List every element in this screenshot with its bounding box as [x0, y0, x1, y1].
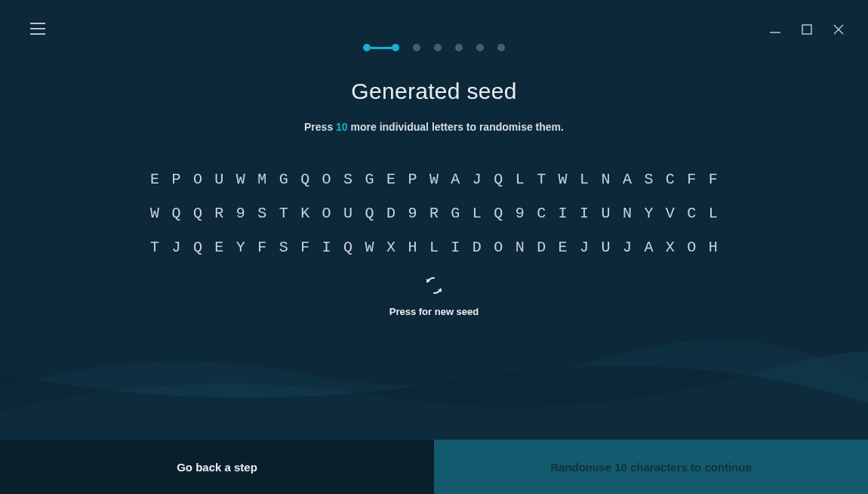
seed-char[interactable]: U	[340, 205, 356, 222]
seed-char[interactable]: G	[362, 171, 377, 188]
seed-char[interactable]: N	[512, 239, 528, 256]
seed-char[interactable]: Y	[641, 205, 656, 222]
seed-char[interactable]: 9	[512, 205, 528, 222]
seed-char[interactable]: W	[556, 171, 571, 188]
close-button[interactable]	[832, 23, 845, 36]
seed-char[interactable]: S	[276, 239, 291, 256]
seed-char[interactable]: Q	[491, 171, 506, 188]
subtitle-text: Press 10 more individual letters to rand…	[0, 121, 868, 133]
seed-char[interactable]: J	[577, 239, 592, 256]
seed-char[interactable]: 9	[405, 205, 420, 222]
seed-char[interactable]: P	[405, 171, 420, 188]
seed-char[interactable]: Q	[362, 205, 377, 222]
seed-char[interactable]: A	[448, 171, 463, 188]
seed-char[interactable]: S	[254, 205, 269, 222]
seed-char[interactable]: F	[297, 239, 312, 256]
seed-char[interactable]: A	[641, 239, 656, 256]
seed-char[interactable]: I	[556, 205, 571, 222]
seed-char[interactable]: W	[147, 205, 162, 222]
seed-char[interactable]: X	[383, 239, 399, 256]
seed-char[interactable]: O	[319, 171, 334, 188]
seed-char[interactable]: I	[577, 205, 592, 222]
progress-dot	[455, 44, 463, 51]
seed-char[interactable]: Y	[233, 239, 248, 256]
seed-char[interactable]: L	[426, 239, 442, 256]
seed-char[interactable]: H	[405, 239, 420, 256]
page-title: Generated seed	[0, 79, 868, 104]
seed-char[interactable]: J	[620, 239, 635, 256]
seed-char[interactable]: L	[512, 171, 528, 188]
seed-char[interactable]: Q	[168, 205, 183, 222]
seed-char[interactable]: C	[663, 171, 678, 188]
seed-char[interactable]: X	[663, 239, 678, 256]
seed-char[interactable]: E	[383, 171, 399, 188]
seed-char[interactable]: K	[297, 205, 312, 222]
window-controls	[768, 23, 845, 36]
seed-char[interactable]: Q	[190, 239, 205, 256]
seed-char[interactable]: E	[556, 239, 571, 256]
seed-char[interactable]: W	[362, 239, 377, 256]
maximize-button[interactable]	[800, 23, 814, 36]
seed-char[interactable]: D	[383, 205, 399, 222]
seed-char[interactable]: Q	[340, 239, 356, 256]
seed-char[interactable]: O	[684, 239, 699, 256]
seed-char[interactable]: C	[684, 205, 699, 222]
seed-char[interactable]: S	[641, 171, 656, 188]
seed-char[interactable]: D	[534, 239, 549, 256]
seed-char[interactable]: Q	[297, 171, 312, 188]
seed-char[interactable]: U	[599, 205, 614, 222]
seed-char[interactable]: E	[147, 171, 162, 188]
back-button[interactable]: Go back a step	[0, 440, 434, 494]
seed-char[interactable]: 9	[233, 205, 248, 222]
menu-button[interactable]	[30, 23, 45, 35]
seed-char[interactable]: A	[620, 171, 635, 188]
seed-char[interactable]: Q	[190, 205, 205, 222]
seed-char[interactable]: E	[211, 239, 226, 256]
seed-char[interactable]: V	[663, 205, 678, 222]
seed-char[interactable]: D	[469, 239, 485, 256]
seed-char[interactable]: U	[211, 171, 226, 188]
continue-button[interactable]: Randomise 10 characters to continue	[434, 440, 868, 494]
minimize-button[interactable]	[768, 23, 782, 36]
seed-char[interactable]: F	[684, 171, 699, 188]
seed-char[interactable]: J	[168, 239, 183, 256]
new-seed-label: Press for new seed	[0, 306, 868, 317]
seed-char[interactable]: N	[599, 171, 614, 188]
subtitle-prefix: Press	[304, 121, 333, 133]
seed-char[interactable]: W	[233, 171, 248, 188]
progress-dot	[363, 44, 371, 51]
seed-char[interactable]: T	[276, 205, 291, 222]
seed-char[interactable]: Q	[491, 205, 506, 222]
seed-char[interactable]: O	[190, 171, 205, 188]
seed-char[interactable]: C	[534, 205, 549, 222]
seed-char[interactable]: L	[706, 205, 721, 222]
seed-char[interactable]: F	[254, 239, 269, 256]
seed-char[interactable]: T	[147, 239, 162, 256]
progress-stepper	[0, 0, 868, 51]
seed-char[interactable]: R	[211, 205, 226, 222]
seed-char[interactable]: J	[469, 171, 485, 188]
seed-char[interactable]: G	[448, 205, 463, 222]
seed-char[interactable]: M	[254, 171, 269, 188]
progress-dot	[476, 44, 484, 51]
seed-char[interactable]: T	[534, 171, 549, 188]
seed-char[interactable]: O	[319, 205, 334, 222]
seed-char[interactable]: L	[577, 171, 592, 188]
seed-char[interactable]: H	[706, 239, 721, 256]
seed-char[interactable]: S	[340, 171, 356, 188]
seed-char[interactable]: R	[426, 205, 442, 222]
seed-char[interactable]: U	[599, 239, 614, 256]
seed-char[interactable]: I	[319, 239, 334, 256]
subtitle-suffix: more individual letters to randomise the…	[351, 121, 564, 133]
seed-char[interactable]: G	[276, 171, 291, 188]
new-seed-button[interactable]: Press for new seed	[0, 276, 868, 317]
seed-char[interactable]: L	[469, 205, 485, 222]
seed-char[interactable]: F	[706, 171, 721, 188]
seed-char[interactable]: P	[168, 171, 183, 188]
progress-dot	[434, 44, 442, 51]
seed-char[interactable]: O	[491, 239, 506, 256]
seed-char[interactable]: I	[448, 239, 463, 256]
seed-char[interactable]: W	[426, 171, 442, 188]
seed-char[interactable]: N	[620, 205, 635, 222]
seed-row: EPOUWMGQOSGEPWAJQLTWLNASCFF	[147, 171, 721, 188]
